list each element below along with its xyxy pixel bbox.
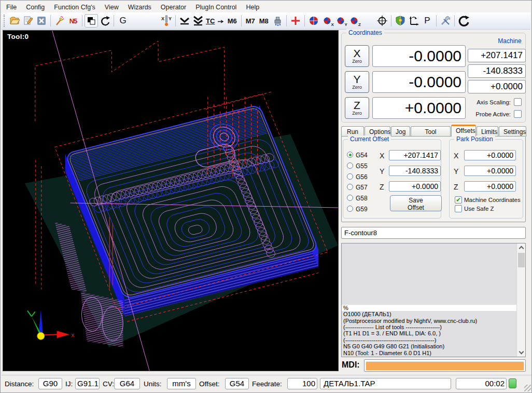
radio-g59[interactable] [347,206,353,212]
gcode-line[interactable]: (--------------- List of tools ---------… [342,324,516,330]
gcode-button[interactable]: G [116,14,130,28]
status-indicator [509,378,516,388]
mdi-input[interactable] [366,361,524,371]
park-x-label: X [454,152,458,160]
settings-tools-button[interactable] [439,14,452,28]
mdi-label: MDI: [342,360,360,370]
red-cross-icon [290,16,301,26]
gcode-line[interactable]: (T1 H1 D1 = 3. / END MILL, DIA: 6.0, ) [342,330,516,336]
menu-function-cfgs[interactable]: Function Cfg's [49,3,100,12]
toolbar-grip[interactable] [4,15,6,27]
tab-settings[interactable]: Settings [499,126,526,137]
ij-label: IJ: [65,380,73,388]
crosshair-button[interactable] [375,14,389,28]
save-offset-button[interactable]: Save Offset [390,195,442,211]
zero-y-button[interactable]: Y Zero [345,71,369,93]
machine-coordinates-checkbox[interactable]: ✔ [455,196,462,204]
dro-z-value[interactable]: +0.0000 [372,97,466,119]
tool-down-button[interactable] [178,14,191,28]
scrollbar-thumb[interactable] [518,253,525,267]
menu-view[interactable]: View [100,3,123,12]
coolant-button[interactable] [271,14,284,28]
toolbar-separator [114,15,114,26]
wizard-button[interactable] [53,14,66,28]
zero-x-button[interactable]: X Zero [345,45,369,67]
menu-config[interactable]: Config [21,3,49,12]
park-button[interactable]: P [421,14,434,28]
chevron-down-icon [179,16,190,26]
tab-run[interactable]: Run [341,126,364,137]
goto-zero-z-button[interactable]: Z [347,14,361,28]
offset-y-field[interactable]: -140.8333 [389,166,441,176]
park-y-label: Y [454,167,458,175]
units-value: mm's [167,378,196,389]
gcode-line[interactable]: N5 G0 G40 G49 G80 G21 (Initialisation) [342,343,516,349]
radio-g54-label: G54 [356,152,368,159]
park-z-field[interactable]: +0.0000 [464,181,516,192]
menu-file[interactable]: File [2,3,21,12]
gcode-line[interactable]: (---------------------------------------… [342,337,516,343]
radio-g54[interactable] [347,152,353,158]
program-name-input[interactable] [341,227,526,239]
radio-g57[interactable] [347,184,353,190]
gcode-line[interactable]: N10 (Tool: 1 - Diameter 6.0 D1 H1) [342,350,516,356]
offset-x-field[interactable]: +207.1417 [389,150,441,160]
use-safe-z-checkbox[interactable] [455,205,462,212]
machine-coordinates-label: Machine Coordinates [464,197,521,203]
goto-zero-y-button[interactable]: Y [334,14,347,28]
tool-change-button[interactable]: TC [205,14,226,28]
swap-colors-button[interactable] [85,14,98,28]
toolpath-viewport[interactable]: x Tool:0 [3,30,339,371]
goto-zero-x-button[interactable]: X [320,14,334,28]
gcode-list[interactable]: % O1000 (ДЕТАЛЬ1) (Postprocessor modifie… [341,243,526,357]
radio-g56[interactable] [347,173,353,180]
scroll-down-icon[interactable] [519,349,524,355]
rotate-view-button[interactable] [98,14,111,28]
m8-button[interactable]: M8 [257,14,271,28]
target-x-icon [323,17,331,25]
tab-tool-change[interactable]: Tool Change [411,126,451,137]
radio-g58[interactable] [347,195,353,201]
gcode-line[interactable]: O1000 (ДЕТАЛЬ1) [342,311,516,317]
resize-grip[interactable] [524,385,531,391]
menu-wizards[interactable]: Wizards [123,3,156,12]
axis-scaling-checkbox[interactable] [514,98,522,106]
safe-z-button[interactable] [394,14,407,28]
gcode-line[interactable]: % [342,305,516,311]
dro-x-value[interactable]: -0.0000 [372,45,466,67]
scroll-up-icon[interactable] [519,246,524,251]
offset-z-field[interactable]: +0.0000 [389,181,441,192]
tab-offsets[interactable]: Offsets [451,125,476,137]
machine-x-value: +207.1417 [468,49,526,62]
dro-y-value[interactable]: -0.0000 [372,71,466,93]
tools-icon [440,16,451,26]
menu-help[interactable]: Help [241,3,264,12]
goto-xy-button[interactable]: X Y [160,14,173,28]
edit-gcode-button[interactable] [21,14,35,28]
gcode-glyph: G [119,16,126,26]
park-position-title: Park Position [454,135,495,143]
zero-z-button[interactable]: Z Zero [345,97,369,119]
probe-active-checkbox[interactable] [514,110,522,118]
menu-plugin-control[interactable]: PlugIn Control [191,3,241,12]
park-y-field[interactable]: +0.0000 [464,166,516,176]
radio-g55[interactable] [347,162,353,169]
gcode-line[interactable]: (Postprocessor modified by NightV, www.c… [342,318,516,324]
tab-limits[interactable]: Limits [477,126,498,137]
ns-button[interactable]: N5 [66,14,80,28]
regenerate-button[interactable] [457,14,470,28]
close-file-button[interactable] [35,14,48,28]
center-cross-button[interactable] [289,14,302,28]
coordinates-group: Coordinates Machine X Zero -0.0000 +207.… [341,33,526,123]
m6-button[interactable]: M6 [226,14,239,28]
axes-origin-button[interactable] [407,14,421,28]
park-x-field[interactable]: +0.0000 [464,150,516,160]
tool-down-double-button[interactable] [191,14,205,28]
goto-zero-button[interactable] [307,14,320,28]
m7-button[interactable]: M7 [244,14,257,28]
gcode-scrollbar[interactable] [516,243,525,357]
tab-jog[interactable]: Jog [391,126,410,137]
open-file-button[interactable] [8,14,21,28]
menu-operator[interactable]: Operator [156,3,191,12]
tab-options[interactable]: Options [365,126,390,137]
